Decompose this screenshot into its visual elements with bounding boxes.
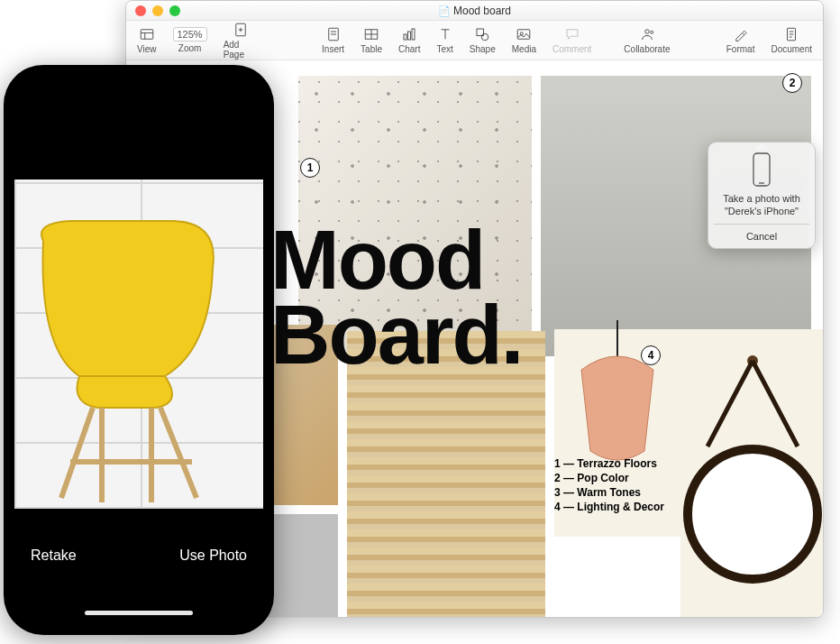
- continuity-camera-popover: Take a photo with "Derek's iPhone" Cance…: [708, 142, 816, 249]
- close-window-button[interactable]: [135, 5, 146, 16]
- camera-bottom-bar: Retake Use Photo: [14, 511, 263, 624]
- svg-rect-12: [404, 34, 406, 40]
- home-indicator[interactable]: [85, 611, 193, 615]
- svg-rect-0: [141, 30, 153, 40]
- text-button[interactable]: Text: [436, 26, 452, 54]
- toolbar: View 125% Zoom Add Page Insert Table Cha…: [126, 21, 823, 60]
- legend-item-3: 3 — Warm Tones: [554, 486, 664, 499]
- comment-label: Comment: [552, 44, 591, 54]
- svg-rect-14: [412, 29, 415, 40]
- view-label: View: [137, 44, 157, 54]
- headline-line-2: Board.: [270, 289, 522, 381]
- shape-button[interactable]: Shape: [470, 26, 496, 54]
- callout-2[interactable]: 2: [782, 73, 802, 93]
- legend-item-2: 2 — Pop Color: [554, 472, 664, 484]
- chart-button[interactable]: Chart: [398, 26, 420, 54]
- svg-point-18: [482, 33, 489, 41]
- shape-label: Shape: [470, 44, 496, 54]
- minimize-window-button[interactable]: [152, 5, 163, 16]
- svg-point-29: [688, 449, 817, 579]
- titlebar[interactable]: Mood board: [126, 1, 823, 21]
- collaborate-button[interactable]: Collaborate: [624, 26, 670, 54]
- iphone-screen: Retake Use Photo: [14, 76, 263, 624]
- popover-cancel-button[interactable]: Cancel: [714, 224, 809, 248]
- table-label: Table: [361, 44, 382, 54]
- legend[interactable]: 1 — Terrazzo Floors 2 — Pop Color 3 — Wa…: [554, 457, 664, 515]
- insert-button[interactable]: Insert: [322, 26, 344, 54]
- table-button[interactable]: Table: [361, 26, 382, 54]
- notch: [76, 76, 202, 99]
- comment-button: Comment: [552, 26, 591, 54]
- callout-1[interactable]: 1: [300, 158, 320, 178]
- yellow-chair-icon: [16, 214, 233, 502]
- legend-item-4: 4 — Lighting & Decor: [554, 501, 664, 513]
- format-button[interactable]: Format: [726, 26, 755, 54]
- headline-text[interactable]: Mood Board.: [270, 223, 522, 373]
- svg-rect-19: [518, 30, 531, 40]
- add-page-label: Add Page: [224, 40, 258, 60]
- image-mirror[interactable]: [680, 329, 823, 617]
- window-title: Mood board: [187, 5, 762, 17]
- iphone-device: Retake Use Photo: [4, 65, 274, 635]
- callout-4[interactable]: 4: [641, 345, 661, 365]
- view-button[interactable]: View: [137, 26, 157, 54]
- retake-button[interactable]: Retake: [31, 547, 77, 564]
- document-button[interactable]: Document: [771, 26, 812, 54]
- insert-label: Insert: [322, 44, 344, 54]
- collaborate-label: Collaborate: [624, 44, 670, 54]
- media-button[interactable]: Media: [512, 26, 536, 54]
- iphone-icon: [750, 152, 773, 188]
- popover-message: Take a photo with "Derek's iPhone": [716, 193, 808, 218]
- camera-viewfinder[interactable]: [14, 179, 263, 509]
- use-photo-button[interactable]: Use Photo: [179, 547, 247, 564]
- zoom-control[interactable]: 125% Zoom: [173, 27, 207, 53]
- svg-point-20: [521, 32, 524, 35]
- svg-line-35: [160, 408, 196, 498]
- svg-rect-13: [408, 32, 411, 40]
- add-page-button[interactable]: Add Page: [224, 22, 258, 60]
- format-label: Format: [726, 44, 755, 54]
- legend-item-1: 1 — Terrazzo Floors: [554, 457, 664, 470]
- svg-line-32: [61, 408, 93, 498]
- svg-point-22: [651, 31, 653, 33]
- text-label: Text: [436, 44, 452, 54]
- svg-rect-30: [753, 153, 770, 186]
- svg-point-21: [645, 30, 650, 34]
- media-label: Media: [512, 44, 536, 54]
- document-label: Document: [771, 44, 812, 54]
- zoom-window-button[interactable]: [169, 5, 180, 16]
- zoom-label: Zoom: [178, 43, 202, 53]
- zoom-value[interactable]: 125%: [173, 27, 207, 41]
- chart-label: Chart: [398, 44, 420, 54]
